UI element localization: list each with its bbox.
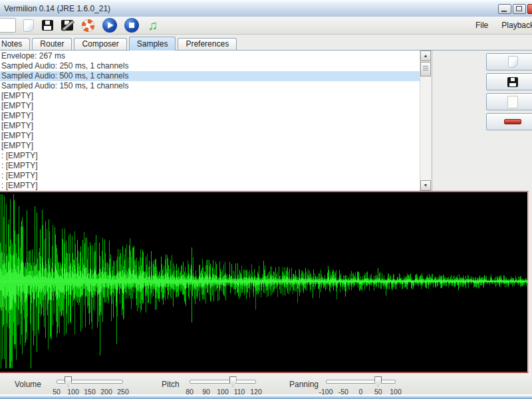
pitch-slider[interactable]: 8090100110120 <box>190 376 256 393</box>
menu-playback[interactable]: Playback <box>500 19 532 31</box>
sample-action-buttons <box>486 53 532 130</box>
sample-row[interactable]: Sampled Audio: 500 ms, 1 channels <box>0 71 420 81</box>
stop-icon <box>124 18 139 33</box>
delete-sample-icon <box>504 119 521 124</box>
window-controls <box>498 4 532 14</box>
floppy-pencil-icon <box>61 20 73 31</box>
pitch-slider-thumb[interactable] <box>229 376 237 387</box>
sample-row[interactable]: [EMPTY] <box>0 111 420 121</box>
panning-tick-label: -50 <box>338 388 348 396</box>
sample-row[interactable]: [EMPTY] <box>0 121 420 131</box>
pitch-slider-track[interactable] <box>190 380 256 384</box>
sample-row[interactable]: : [EMPTY] <box>0 181 420 191</box>
panning-tick-label: -100 <box>319 388 332 396</box>
window-frame-bottom <box>0 396 532 399</box>
play-button[interactable] <box>100 17 120 33</box>
app-window: Vermilion 0.14 (JRE 1.6.0_21) FilePlayba… <box>0 0 532 397</box>
pitch-tick-label: 90 <box>202 388 210 396</box>
toolbar <box>20 17 162 33</box>
scroll-down-icon[interactable]: ▼ <box>420 180 431 191</box>
stop-button[interactable] <box>122 17 142 33</box>
sample-row[interactable]: [EMPTY] <box>0 131 420 141</box>
load-sample-button[interactable] <box>486 53 532 70</box>
sample-row[interactable]: [EMPTY] <box>0 101 420 111</box>
pitch-tick-label: 110 <box>234 388 245 396</box>
pitch-tick-label: 100 <box>217 388 229 396</box>
volume-tick-label: 100 <box>67 388 79 396</box>
volume-label: Volume <box>15 380 41 389</box>
tab-router[interactable]: Router <box>32 38 72 50</box>
pitch-label: Pitch <box>162 380 180 389</box>
scroll-up-icon[interactable]: ▲ <box>420 51 431 61</box>
sample-row[interactable]: Envelope: 267 ms <box>0 51 420 61</box>
help-button[interactable] <box>78 17 98 33</box>
load-sample-icon <box>508 56 518 68</box>
panning-slider[interactable]: -100-50050100 <box>326 376 396 393</box>
delete-sample-button[interactable] <box>486 113 532 130</box>
save-sample-icon <box>507 77 518 87</box>
save-project-as-button[interactable] <box>58 17 76 33</box>
menu-file[interactable]: File <box>474 19 489 31</box>
sample-row[interactable]: Sampled Audio: 150 ms, 1 channels <box>0 81 420 91</box>
sample-row[interactable]: [EMPTY] <box>0 141 420 151</box>
list-scrollbar[interactable]: ▲ ▼ <box>420 51 432 191</box>
menu-bar: FilePlayback <box>474 17 532 34</box>
tab-notes[interactable]: Notes <box>0 38 30 50</box>
sample-actions-panel <box>432 51 532 191</box>
volume-tick-label: 50 <box>53 388 61 396</box>
sample-row[interactable]: : [EMPTY] <box>0 161 420 171</box>
title-bar[interactable]: Vermilion 0.14 (JRE 1.6.0_21) <box>0 0 532 17</box>
panning-tick-label: 50 <box>374 388 382 396</box>
minimize-button[interactable] <box>498 4 511 14</box>
pitch-tick-label: 80 <box>186 388 194 396</box>
save-sample-button[interactable] <box>486 73 532 90</box>
samples-tab-content: Envelope: 267 msSampled Audio: 250 ms, 1… <box>0 51 532 191</box>
life-ring-icon <box>82 19 94 32</box>
volume-tick-label: 250 <box>117 388 129 396</box>
pitch-tick-label: 120 <box>250 388 262 396</box>
toolbar-clipped-field[interactable] <box>0 18 16 33</box>
menu-toolbar-row: FilePlayback <box>0 17 532 35</box>
open-project-button[interactable] <box>20 17 37 33</box>
tab-samples[interactable]: Samples <box>129 37 176 51</box>
volume-slider[interactable]: 50100150200250 <box>57 376 123 393</box>
samples-list-panel: Envelope: 267 msSampled Audio: 250 ms, 1… <box>0 51 432 191</box>
floppy-icon <box>42 20 53 31</box>
waveform-canvas[interactable] <box>0 192 527 372</box>
sample-row[interactable]: : [EMPTY] <box>0 151 420 161</box>
sample-row[interactable]: Sampled Audio: 250 ms, 1 channels <box>0 61 420 71</box>
note-icon <box>146 18 160 33</box>
tab-composer[interactable]: Composer <box>74 38 126 50</box>
panning-label: Panning <box>289 380 319 389</box>
save-project-button[interactable] <box>39 17 56 33</box>
new-sample-icon <box>507 96 518 108</box>
new-sample-button[interactable] <box>486 93 532 110</box>
panning-tick-label: 100 <box>390 388 402 396</box>
maximize-button[interactable] <box>513 4 526 14</box>
play-icon <box>102 18 117 33</box>
open-icon <box>23 19 34 32</box>
scrollbar-thumb[interactable] <box>420 62 431 76</box>
panning-tick-label: 0 <box>359 388 363 396</box>
sample-row[interactable]: : [EMPTY] <box>0 171 420 181</box>
screen: { "titlebar": { "title": "Vermilion 0.14… <box>0 0 532 399</box>
playback-controls-bar: Volume50100150200250Pitch8090100110120Pa… <box>0 373 532 394</box>
close-button[interactable] <box>527 4 532 14</box>
panning-slider-track[interactable] <box>326 380 396 384</box>
volume-tick-label: 200 <box>100 388 112 396</box>
tab-bar: NotesRouterComposerSamplesPreferences <box>0 35 532 51</box>
waveform-panel[interactable] <box>0 191 529 373</box>
samples-list: Envelope: 267 msSampled Audio: 250 ms, 1… <box>0 51 420 191</box>
sample-row[interactable]: [EMPTY] <box>0 91 420 101</box>
audition-button[interactable] <box>144 17 162 33</box>
volume-slider-thumb[interactable] <box>65 376 72 387</box>
panning-slider-thumb[interactable] <box>374 376 382 387</box>
volume-tick-label: 150 <box>84 388 96 396</box>
tab-preferences[interactable]: Preferences <box>178 38 237 50</box>
window-title: Vermilion 0.14 (JRE 1.6.0_21) <box>4 4 110 13</box>
